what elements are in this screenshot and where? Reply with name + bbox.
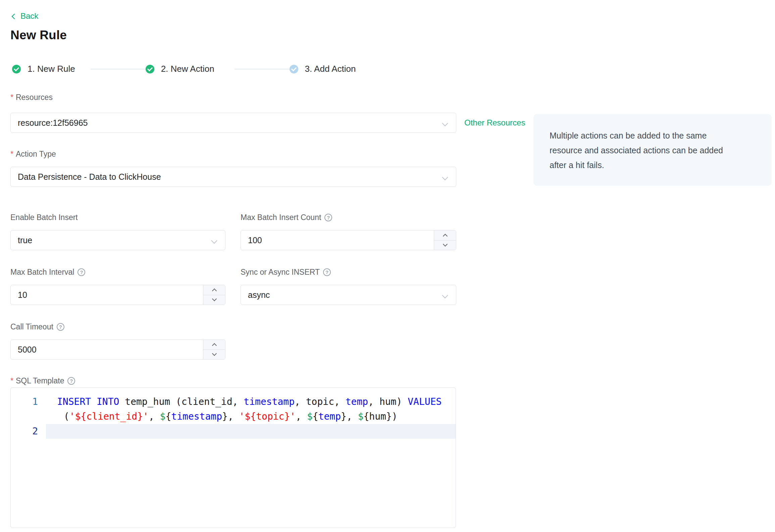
step-check-icon: [146, 65, 154, 73]
number-spinner: [434, 230, 456, 250]
sync-async-insert-label: Sync or Async INSERT ?: [241, 268, 456, 277]
step-label: 1. New Rule: [28, 64, 75, 74]
arrow-up-icon: [212, 288, 216, 293]
arrow-down-icon: [443, 242, 447, 247]
step-connector: [91, 69, 146, 69]
required-asterisk: *: [10, 93, 13, 102]
line-number: 1: [11, 394, 46, 409]
chevron-down-icon: [442, 120, 448, 126]
number-spinner: [203, 340, 225, 359]
chevron-down-icon: [442, 174, 448, 180]
call-timeout-label: Call Timeout ?: [10, 322, 775, 331]
other-resources-link[interactable]: Other Resources: [464, 118, 525, 127]
resources-select[interactable]: resource:12f56965: [10, 113, 456, 133]
help-icon[interactable]: ?: [324, 214, 332, 221]
max-batch-interval-input[interactable]: 10: [10, 285, 225, 305]
line-number: [11, 409, 46, 424]
step-connector: [235, 69, 290, 69]
increment-button[interactable]: [434, 230, 456, 241]
page-title: New Rule: [10, 28, 775, 42]
step-new-rule[interactable]: 1. New Rule: [12, 64, 75, 74]
sql-editor-content: 1INSERT INTO temp_hum (client_id, timest…: [11, 394, 456, 439]
action-type-value: Data Persistence - Data to ClickHouse: [11, 172, 161, 182]
arrow-down-icon: [212, 297, 216, 301]
help-icon[interactable]: ?: [67, 377, 75, 385]
code-line: INSERT INTO temp_hum (client_id, timesta…: [46, 394, 456, 409]
resources-label: * Resources: [10, 93, 775, 102]
arrow-up-icon: [443, 234, 447, 238]
max-batch-insert-count-value: 100: [241, 235, 262, 245]
chevron-down-icon: [442, 292, 448, 298]
required-asterisk: *: [10, 376, 13, 385]
decrement-button[interactable]: [203, 295, 225, 305]
back-label: Back: [20, 11, 38, 21]
call-timeout-input[interactable]: 5000: [10, 339, 225, 360]
call-timeout-value: 5000: [11, 345, 37, 355]
arrow-down-icon: [212, 351, 216, 356]
increment-button[interactable]: [203, 285, 225, 295]
info-callout: Multiple actions can be added to the sam…: [533, 114, 772, 186]
number-spinner: [203, 285, 225, 305]
step-check-icon: [290, 65, 298, 73]
chevron-down-icon: [211, 237, 217, 244]
action-type-select[interactable]: Data Persistence - Data to ClickHouse: [10, 167, 456, 187]
enable-batch-insert-value: true: [11, 235, 32, 245]
help-icon[interactable]: ?: [57, 323, 64, 331]
increment-button[interactable]: [203, 340, 225, 350]
sync-async-insert-select[interactable]: async: [241, 285, 456, 305]
max-batch-insert-count-label: Max Batch Insert Count ?: [241, 213, 456, 222]
step-label: 2. New Action: [161, 64, 214, 74]
code-line: [46, 424, 456, 439]
enable-batch-insert-label: Enable Batch Insert: [10, 213, 225, 222]
back-link[interactable]: Back: [12, 11, 38, 21]
help-icon[interactable]: ?: [323, 268, 331, 276]
enable-batch-insert-select[interactable]: true: [10, 230, 225, 250]
max-batch-interval-label: Max Batch Interval ?: [10, 268, 225, 277]
info-text: Multiple actions can be added to the sam…: [550, 128, 737, 172]
sync-async-insert-value: async: [241, 290, 270, 300]
code-line: ('${client_id}', ${timestamp}, '${topic}…: [46, 409, 456, 424]
step-add-action[interactable]: 3. Add Action: [290, 64, 356, 74]
decrement-button[interactable]: [434, 241, 456, 250]
required-asterisk: *: [10, 150, 13, 159]
step-label: 3. Add Action: [305, 64, 356, 74]
step-new-action[interactable]: 2. New Action: [146, 64, 214, 74]
sql-editor[interactable]: 1INSERT INTO temp_hum (client_id, timest…: [10, 387, 456, 528]
resources-value: resource:12f56965: [11, 118, 88, 128]
decrement-button[interactable]: [203, 350, 225, 360]
wizard-steps: 1. New Rule 2. New Action 3. Add Action: [10, 64, 775, 74]
max-batch-insert-count-input[interactable]: 100: [241, 230, 456, 250]
step-check-icon: [12, 65, 21, 73]
sql-template-label: * SQL Template ?: [10, 376, 775, 385]
line-number: 2: [11, 424, 46, 439]
arrow-up-icon: [212, 343, 216, 348]
new-rule-page: Back New Rule 1. New Rule 2. New Action …: [0, 0, 775, 532]
max-batch-interval-value: 10: [11, 290, 27, 300]
help-icon[interactable]: ?: [78, 268, 85, 276]
chevron-left-icon: [12, 13, 17, 19]
